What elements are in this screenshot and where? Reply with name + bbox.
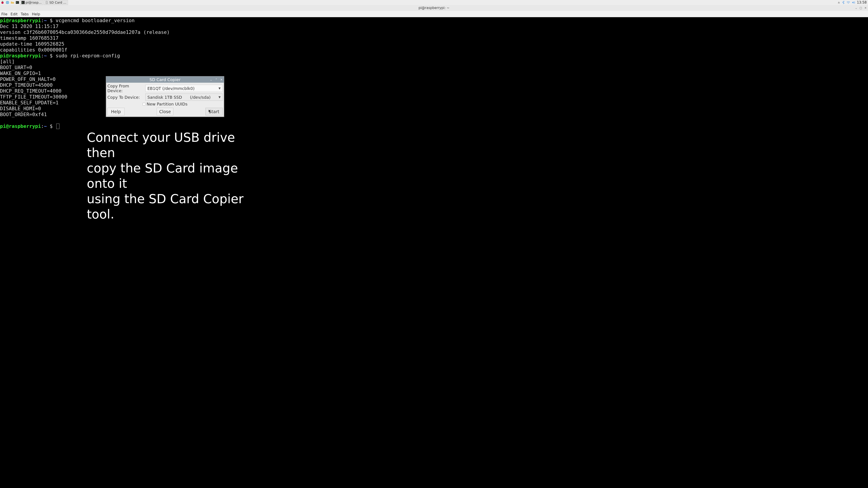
copy-to-value-dev: (/dev/sda) [190,95,211,100]
copy-to-value-name: Sandisk 1TB SSD [147,95,182,100]
close-button[interactable]: Close [157,108,174,116]
term-output-line: [all] [0,59,15,64]
term-output-line: BOOT_ORDER=0xf41 [0,111,47,117]
terminal-icon: >_ [22,1,25,4]
file-manager-icon[interactable] [10,0,14,4]
term-output-line: capabilities 0x0000001f [0,47,67,53]
new-partition-uuids-label: New Partition UUIDs [147,102,188,106]
dialog-title: SD Card Copier [149,77,180,82]
dialog-maximize-icon[interactable]: ⌃ [215,78,217,81]
prompt-symbol: $ [50,18,53,23]
copy-to-label: Copy To Device: [107,95,144,100]
caption-line: Connect your USB drive then [87,130,258,160]
terminal-launcher-icon[interactable]: >_ [16,0,20,4]
term-output-line: update-time 1609526825 [0,41,64,47]
mouse-cursor-icon [209,109,211,113]
sd-card-icon [45,1,49,4]
prompt-userhost: pi@raspberrypi [0,123,41,129]
prompt-userhost: pi@raspberrypi [0,53,41,59]
term-output-line: Dec 11 2020 11:15:17 [0,24,59,29]
svg-text:>_: >_ [16,2,19,4]
term-cmd: sudo rpi-eeprom-config [56,53,120,59]
prompt-userhost: pi@raspberrypi [0,18,41,23]
dialog-titlebar[interactable]: SD Card Copier ⌄ ⌃ ✕ [106,76,224,83]
taskbar-panel: >_ >_ pi@rasp… SD Card … 13:58 [0,0,329,5]
caption-line: copy the SD Card image onto it [87,160,258,184]
term-output-line: WAKE_ON_GPIO=1 [0,70,41,76]
taskbar-button-label: pi@rasp… [26,1,41,4]
chevron-down-icon: ▼ [219,96,221,99]
taskbar-launchers: >_ [0,0,20,4]
dialog-minimize-icon[interactable]: ⌄ [210,78,212,81]
copy-from-value: EB1QT (/dev/mmcblk0) [147,86,195,91]
taskbar-button-label: SD Card … [49,1,66,4]
menu-tabs[interactable]: Tabs [21,12,29,16]
terminal-menubar: File Edit Tabs Help [0,11,329,17]
taskbar-button-sdcopier[interactable]: SD Card … [43,0,68,5]
new-partition-uuids-checkbox[interactable] [143,103,145,105]
instruction-caption: Connect your USB drive then copy the SD … [87,130,258,184]
taskbar-button-terminal[interactable]: >_ pi@rasp… [20,0,43,5]
menu-help[interactable]: Help [32,12,40,16]
copy-from-label: Copy From Device: [107,84,144,93]
prompt-path: ~ [44,53,47,59]
term-output-line: ENABLE_SELF_UPDATE=1 [0,100,59,105]
term-output-line: timestamp 1607685317 [0,35,59,41]
web-browser-icon[interactable] [5,0,9,4]
prompt-path: ~ [44,123,47,129]
sd-card-copier-dialog: SD Card Copier ⌄ ⌃ ✕ Copy From Device: E… [106,76,224,117]
term-output-line: version c3f26b6070054bca030366de2550d79d… [0,29,170,35]
terminal-cursor [56,124,59,129]
term-output-line: DHCP_TIMEOUT=45000 [0,82,53,88]
term-output-line: DISABLE_HDMI=0 [0,106,41,111]
dialog-close-icon[interactable]: ✕ [220,78,223,81]
terminal-titlebar[interactable]: pi@raspberrypi: ~ ⌄ ▢ ✕ [0,5,329,11]
term-output-line: POWER_OFF_ON_HALT=0 [0,76,56,82]
start-button[interactable]: Start [206,108,223,116]
term-output-line: DHCP_REQ_TIMEOUT=4000 [0,88,61,94]
raspberry-menu-icon[interactable] [0,0,4,4]
prompt-symbol: $ [50,123,53,129]
menu-file[interactable]: File [1,12,7,16]
copy-to-combo[interactable]: Sandisk 1TB SSD (/dev/sda) ▼ [145,94,223,101]
term-output-line: TFTP_FILE_TIMEOUT=30000 [0,94,67,100]
svg-point-0 [1,2,4,4]
svg-text:>_: >_ [22,2,24,4]
term-output-line: BOOT_UART=0 [0,65,32,70]
prompt-symbol: $ [50,53,53,59]
menu-edit[interactable]: Edit [11,12,18,16]
term-cmd: vcgencmd bootloader_version [56,18,135,23]
help-button[interactable]: Help [107,108,125,116]
chevron-down-icon: ▼ [219,87,221,90]
copy-from-combo[interactable]: EB1QT (/dev/mmcblk0) ▼ [145,85,223,92]
prompt-path: ~ [44,18,47,23]
